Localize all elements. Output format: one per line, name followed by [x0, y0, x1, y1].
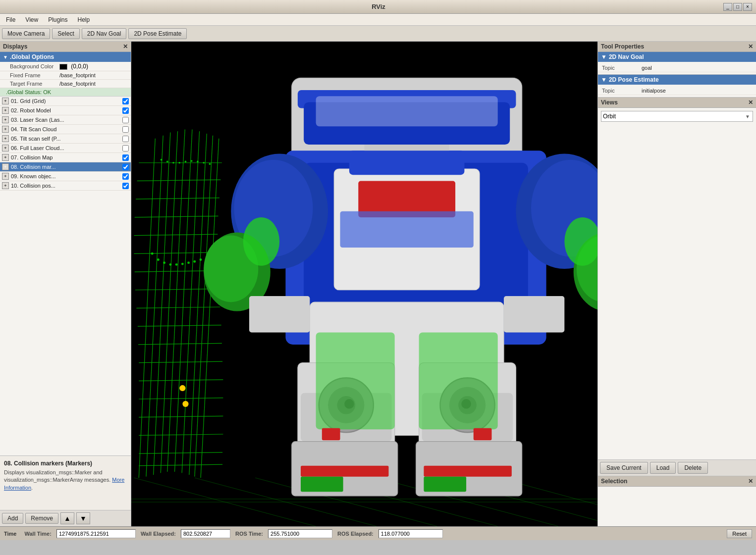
svg-point-34: [191, 160, 193, 162]
save-current-button[interactable]: Save Current: [600, 462, 648, 474]
remove-button[interactable]: Remove: [25, 513, 58, 524]
svg-rect-80: [301, 466, 388, 477]
menu-view[interactable]: View: [21, 15, 42, 24]
selection-close-button[interactable]: ✕: [748, 478, 753, 485]
pose-estimate-label: 2D Pose Estimate: [609, 76, 659, 83]
pose-estimate-button[interactable]: 2D Pose Estimate: [128, 28, 187, 39]
wall-time-label: Wall Time:: [24, 531, 51, 537]
background-color-swatch[interactable]: (0,0,0): [59, 63, 88, 70]
expand-10[interactable]: +: [2, 182, 9, 189]
nav-goal-button[interactable]: 2D Nav Goal: [82, 28, 127, 39]
expand-01[interactable]: +: [2, 98, 9, 104]
global-options-header[interactable]: ▼ .Global Options: [0, 52, 131, 62]
global-status: .Global Status: OK: [0, 88, 131, 97]
views-select[interactable]: Orbit TopDown Ortho XY Orbit FPS: [601, 111, 753, 122]
display-item-08[interactable]: + 08. Collision mar...: [0, 162, 131, 172]
svg-rect-92: [316, 332, 395, 429]
expand-05[interactable]: +: [2, 135, 9, 142]
add-button[interactable]: Add: [2, 513, 23, 524]
display-name-08: 08. Collision mar...: [11, 164, 122, 170]
displays-title: Displays: [3, 43, 27, 50]
info-body-text: Displays visualization_msgs::Marker and …: [4, 469, 110, 483]
svg-point-95: [182, 401, 188, 407]
ros-elapsed-input[interactable]: [378, 529, 443, 538]
main-layout: Displays ✕ ▼ .Global Options Background …: [0, 42, 756, 526]
delete-button[interactable]: Delete: [678, 462, 708, 474]
display-item-02[interactable]: + 02. Robot Model: [0, 106, 131, 115]
svg-point-33: [185, 160, 187, 162]
move-camera-button[interactable]: Move Camera: [2, 28, 50, 39]
minimize-button[interactable]: _: [723, 3, 732, 11]
svg-point-46: [200, 258, 202, 261]
fixed-frame-value: /base_footprint: [59, 72, 96, 78]
expand-07[interactable]: +: [2, 154, 9, 161]
viewport[interactable]: [131, 42, 597, 526]
move-down-button[interactable]: ▼: [76, 512, 90, 524]
views-close-button[interactable]: ✕: [748, 99, 753, 106]
window-title: RViz: [34, 3, 723, 10]
display-check-05[interactable]: [122, 136, 129, 142]
wall-elapsed-label: Wall Elapsed:: [141, 531, 176, 537]
maximize-button[interactable]: □: [733, 3, 742, 11]
title-bar: RViz _ □ ×: [0, 0, 756, 14]
display-item-07[interactable]: + 07. Collision Map: [0, 153, 131, 162]
ros-time-input[interactable]: [268, 529, 332, 538]
svg-point-31: [172, 162, 174, 164]
display-check-09[interactable]: [122, 173, 129, 180]
views-buttons: Save Current Load Delete: [598, 459, 756, 476]
svg-rect-82: [301, 477, 343, 492]
pose-estimate-header[interactable]: ▼ 2D Pose Estimate: [598, 75, 756, 85]
expand-03[interactable]: +: [2, 116, 9, 123]
nav-goal-label: 2D Nav Goal: [609, 53, 644, 60]
displays-close-button[interactable]: ✕: [123, 43, 128, 50]
expand-06[interactable]: +: [2, 145, 9, 151]
display-check-06[interactable]: [122, 145, 129, 151]
expand-08[interactable]: +: [2, 163, 9, 170]
background-color-value: (0,0,0): [71, 63, 88, 70]
window-controls[interactable]: _ □ ×: [723, 3, 752, 11]
display-name-01: 01. Grid (Grid): [11, 98, 122, 104]
display-item-05[interactable]: + 05. Tilt scan self (P...: [0, 134, 131, 144]
menu-file[interactable]: File: [2, 15, 19, 24]
load-button[interactable]: Load: [650, 462, 676, 474]
display-check-03[interactable]: [122, 117, 129, 123]
wall-time-input[interactable]: [56, 529, 136, 538]
svg-point-38: [151, 252, 154, 255]
expand-09[interactable]: +: [2, 173, 9, 180]
display-check-07[interactable]: [122, 154, 129, 161]
expand-02[interactable]: +: [2, 107, 9, 114]
views-select-wrapper[interactable]: Orbit TopDown Ortho XY Orbit FPS: [601, 111, 753, 122]
tool-props-close-button[interactable]: ✕: [748, 43, 753, 50]
display-item-04[interactable]: + 04. Tilt Scan Cloud: [0, 125, 131, 134]
display-item-10[interactable]: + 10. Collision pos...: [0, 181, 131, 191]
display-check-08[interactable]: [122, 164, 129, 170]
time-bar: Time Wall Time: Wall Elapsed: ROS Time: …: [0, 526, 756, 540]
select-button[interactable]: Select: [52, 28, 79, 39]
reset-button[interactable]: Reset: [727, 529, 752, 538]
target-frame-value: /base_footprint: [59, 81, 96, 87]
views-header: Views ✕: [598, 98, 756, 108]
display-check-04[interactable]: [122, 126, 129, 133]
menu-help[interactable]: Help: [74, 15, 94, 24]
selection-header: Selection ✕: [598, 476, 756, 487]
move-up-button[interactable]: ▲: [60, 512, 74, 524]
display-check-01[interactable]: [122, 98, 129, 104]
wall-elapsed-input[interactable]: [181, 529, 230, 538]
views-body: Orbit TopDown Ortho XY Orbit FPS: [598, 108, 756, 459]
nav-goal-header[interactable]: ▼ 2D Nav Goal: [598, 52, 756, 62]
display-item-09[interactable]: + 09. Known objec...: [0, 172, 131, 181]
display-item-01[interactable]: + 01. Grid (Grid): [0, 97, 131, 106]
display-check-10[interactable]: [122, 183, 129, 189]
expand-04[interactable]: +: [2, 126, 9, 133]
svg-rect-81: [424, 466, 511, 477]
close-button[interactable]: ×: [743, 3, 752, 11]
svg-rect-106: [249, 296, 310, 332]
menu-plugins[interactable]: Plugins: [44, 15, 71, 24]
pose-estimate-expand-icon: ▼: [601, 76, 607, 83]
pose-estimate-body: Topic initialpose: [598, 85, 756, 97]
displays-info: 08. Collision markers (Markers) Displays…: [0, 455, 131, 510]
display-check-02[interactable]: [122, 107, 129, 114]
display-item-03[interactable]: + 03. Laser Scan (Las...: [0, 115, 131, 125]
display-item-06[interactable]: + 06. Full Laser Cloud...: [0, 144, 131, 153]
fixed-frame-label: Fixed Frame: [10, 72, 59, 78]
